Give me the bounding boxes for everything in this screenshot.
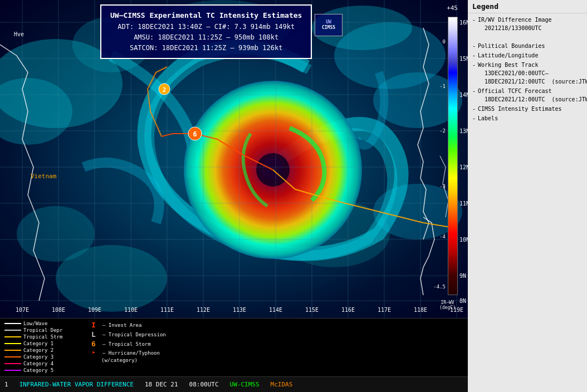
legend-invest: I – Invest Area xyxy=(88,321,216,329)
status-bar: 1 INFRARED-WATER VAPOR DIFFERENCE 18 DEC… xyxy=(0,376,468,392)
cat2-line xyxy=(4,350,21,351)
adt-line: ADT: 18DEC2021 13:40Z – CI#: 7.3 914mb 1… xyxy=(110,22,302,32)
invest-symbol: I xyxy=(88,321,99,329)
svg-point-11 xyxy=(56,245,167,312)
low-wave-line xyxy=(4,323,21,324)
legend-row-cat1: Category 1 xyxy=(4,341,77,346)
svg-text:107E: 107E xyxy=(16,307,29,313)
svg-text:108E: 108E xyxy=(52,307,65,313)
svg-text:Hve: Hve xyxy=(14,31,24,37)
legend-best-track: - Working Best Track 13DEC2021/00:00UTC–… xyxy=(472,61,583,86)
svg-text:113E: 113E xyxy=(233,307,246,313)
svg-text:10N: 10N xyxy=(459,237,468,243)
main-container: 2 6 107E 108E 109E 110E 111E 112E 113E 1… xyxy=(0,0,587,392)
svg-text:114E: 114E xyxy=(269,307,282,313)
legend-with-category: (w/category) xyxy=(88,357,216,363)
legend-ir-wv: - IR/WV Difference Image 2021218/133000U… xyxy=(472,16,583,32)
svg-text:110E: 110E xyxy=(124,307,138,313)
svg-text:109E: 109E xyxy=(88,307,101,313)
map-area: 2 6 107E 108E 109E 110E 111E 112E 113E 1… xyxy=(0,0,468,392)
low-wave-label: Low/Wave xyxy=(23,321,47,326)
svg-text:13N: 13N xyxy=(459,128,468,134)
trop-dep-symbol: L xyxy=(88,330,99,339)
svg-text:8N: 8N xyxy=(459,298,466,304)
svg-text:16N: 16N xyxy=(459,19,468,26)
invest-label: – Invest Area xyxy=(102,322,141,328)
svg-text:115E: 115E xyxy=(305,307,319,313)
cat4-label: Category 4 xyxy=(23,361,53,366)
legend-cimss-intensity: - CIMSS Intensity Estimates xyxy=(472,105,583,113)
status-item-6: McIDAS xyxy=(271,381,293,388)
trop-strm-line xyxy=(4,336,21,337)
cat3-line xyxy=(4,356,21,357)
trop-strm-label: Tropical Strm xyxy=(23,334,62,340)
svg-text:117E: 117E xyxy=(378,307,391,313)
legend-row-cat4: Category 4 xyxy=(4,361,77,366)
legend-content: - IR/WV Difference Image 2021218/133000U… xyxy=(468,13,587,392)
legend-trop-dep: L – Tropical Depression xyxy=(88,330,216,339)
cat5-label: Category 5 xyxy=(23,367,53,373)
legend-header: Legend xyxy=(468,0,587,13)
cat5-line xyxy=(4,370,21,371)
status-item-3: 18 DEC 21 xyxy=(145,381,178,388)
svg-text:9N: 9N xyxy=(459,273,466,279)
status-item-2: INFRARED-WATER VAPOR DIFFERENCE xyxy=(19,381,134,388)
trop-depr-line xyxy=(4,330,21,331)
hurricane-symbol: ➤ xyxy=(88,349,99,356)
svg-text:112E: 112E xyxy=(197,307,210,313)
with-category-label: (w/category) xyxy=(88,357,138,363)
trop-depr-label: Tropical Depr xyxy=(23,327,62,333)
svg-text:14N: 14N xyxy=(459,92,468,98)
bottom-legend: Low/Wave Tropical Depr Tropical Strm Cat… xyxy=(0,318,468,376)
hurricane-label: – Hurricane/Typhoon xyxy=(102,350,160,356)
status-item-4: 08:00UTC xyxy=(189,381,219,388)
cat3-label: Category 3 xyxy=(23,354,53,360)
legend-row-cat3: Category 3 xyxy=(4,354,77,360)
status-item-5: UW-CIMSS xyxy=(230,381,260,388)
cat1-label: Category 1 xyxy=(23,341,53,346)
svg-text:11N: 11N xyxy=(459,200,468,207)
svg-text:12N: 12N xyxy=(459,164,468,170)
scale-plus45-label: +45 xyxy=(447,4,458,12)
legend-hurricane: ➤ – Hurricane/Typhoon xyxy=(88,349,216,356)
cimss-logo: UW CIMSS xyxy=(315,14,343,36)
trop-strm-symbol: 6 xyxy=(88,340,99,348)
info-box: UW–CIMSS Experimental TC Intensity Estim… xyxy=(100,4,312,59)
cat4-line xyxy=(4,363,21,364)
legend-row-cat5: Category 5 xyxy=(4,367,77,373)
satcon-line: SATCON: 18DEC2021 11:25Z – 939mb 126kt xyxy=(110,43,302,53)
svg-text:Vietnam: Vietnam xyxy=(31,173,57,180)
amsu-line: AMSU: 18DEC2021 11:25Z – 950mb 108kt xyxy=(110,32,302,43)
svg-text:15N: 15N xyxy=(459,56,468,62)
cat2-label: Category 2 xyxy=(23,347,53,353)
trop-strm-legend-label: – Tropical Storm xyxy=(102,341,151,347)
legend-symbol-types: I – Invest Area L – Tropical Depression … xyxy=(77,321,216,374)
legend-row-td: Tropical Depr xyxy=(4,327,77,333)
trop-dep-legend-label: – Tropical Depression xyxy=(102,332,166,337)
status-item-1: 1 xyxy=(4,381,8,388)
legend-political: - Political Boundaries xyxy=(472,42,583,50)
legend-labels: - Labels xyxy=(472,114,583,122)
legend-trop-strm: 6 – Tropical Storm xyxy=(88,340,216,348)
legend-row-cat2: Category 2 xyxy=(4,347,77,353)
legend-row-ts: Tropical Strm xyxy=(4,334,77,340)
legend-track-types: Low/Wave Tropical Depr Tropical Strm Cat… xyxy=(4,321,77,374)
legend-row-low: Low/Wave xyxy=(4,321,77,326)
right-panel: Legend - IR/WV Difference Image 2021218/… xyxy=(468,0,587,392)
info-title: UW–CIMSS Experimental TC Intensity Estim… xyxy=(110,10,302,22)
svg-text:116E: 116E xyxy=(341,307,355,313)
svg-text:6: 6 xyxy=(193,130,197,138)
color-scale-bar: 0 -1 -2 -3 -4 -4.5 IR–WV(degC) xyxy=(448,17,458,295)
svg-text:111E: 111E xyxy=(160,307,174,313)
legend-latlon: - Latitude/Longitude xyxy=(472,51,583,60)
svg-text:2: 2 xyxy=(163,86,167,94)
cat1-line xyxy=(4,343,21,344)
svg-text:118E: 118E xyxy=(414,307,427,313)
legend-official-forecast: - Official TCFC Forecast 18DEC2021/12:00… xyxy=(472,87,583,104)
